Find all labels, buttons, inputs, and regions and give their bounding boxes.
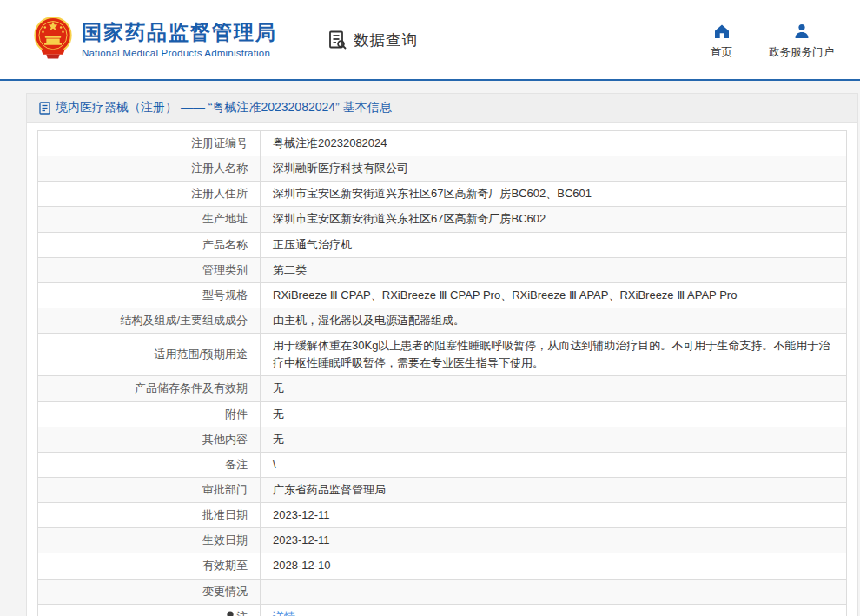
row-value: 2023-12-11 <box>261 528 847 553</box>
table-row: 生效日期2023-12-11 <box>38 528 847 553</box>
table-row: 批准日期2023-12-11 <box>38 503 847 528</box>
panel-body: 注册证编号粤械注准20232082024注册人名称深圳融昕医疗科技有限公司注册人… <box>27 123 857 616</box>
row-label: 注册人住所 <box>38 182 261 207</box>
brand-logo: 国家药品监督管理局 National Medical Products Admi… <box>33 16 277 64</box>
table-row: 其他内容无 <box>38 427 847 452</box>
row-value: 正压通气治疗机 <box>261 232 847 257</box>
row-label: 型号规格 <box>38 282 261 308</box>
table-row: 生产地址深圳市宝安区新安街道兴东社区67区高新奇厂房BC602 <box>38 207 847 232</box>
row-label: 有效期至 <box>38 553 261 579</box>
table-row: 备注\ <box>38 452 847 477</box>
row-value: 无 <box>261 376 847 401</box>
document-icon <box>39 102 50 115</box>
row-value: 用于缓解体重在30Kg以上患者的阻塞性睡眠呼吸暂停，从而达到辅助治疗目的。不可用… <box>261 334 847 376</box>
table-row: 产品储存条件及有效期无 <box>38 376 847 401</box>
nav-item-gov-portal[interactable]: 政务服务门户 <box>769 23 834 60</box>
table-row: 适用范围/预期用途用于缓解体重在30Kg以上患者的阻塞性睡眠呼吸暂停，从而达到辅… <box>38 334 847 376</box>
row-label: 产品名称 <box>38 232 261 257</box>
data-query-label: 数据查询 <box>354 30 418 50</box>
row-value: \ <box>261 452 847 477</box>
home-icon <box>713 23 731 40</box>
china-national-emblem-icon <box>33 16 73 64</box>
table-row: 注册人住所深圳市宝安区新安街道兴东社区67区高新奇厂房BC602、BC601 <box>38 182 847 207</box>
row-value: 由主机，湿化器以及电源适配器组成。 <box>261 308 847 333</box>
table-row: 审批部门广东省药品监督管理局 <box>38 477 847 502</box>
user-icon <box>793 23 810 40</box>
row-value: 广东省药品监督管理局 <box>261 477 847 502</box>
brand-title-cn: 国家药品监督管理局 <box>82 21 277 45</box>
site-header: 国家药品监督管理局 National Medical Products Admi… <box>0 0 860 81</box>
row-label: 批准日期 <box>38 503 261 528</box>
row-label: 结构及组成/主要组成成分 <box>38 308 261 333</box>
row-label: 注册证编号 <box>38 131 261 156</box>
table-row: 注册证编号粤械注准20232082024 <box>38 131 847 156</box>
row-label: 附件 <box>38 401 261 427</box>
table-row: 产品名称正压通气治疗机 <box>38 232 847 257</box>
page-title: 境内医疗器械（注册） —— “粤械注准20232082024” 基本信息 <box>56 100 392 116</box>
row-label: 备注 <box>38 452 261 477</box>
row-value: 无 <box>261 401 847 427</box>
row-value: 2028-12-10 <box>261 553 847 579</box>
row-value: 深圳市宝安区新安街道兴东社区67区高新奇厂房BC602、BC601 <box>261 182 847 207</box>
header-nav: 首页 政务服务门户 <box>711 23 834 60</box>
brand-title-en: National Medical Products Administration <box>82 48 277 58</box>
row-value <box>261 579 847 604</box>
nav-item-home[interactable]: 首页 <box>711 23 732 60</box>
nav-item-label: 政务服务门户 <box>769 45 834 60</box>
row-value: 粤械注准20232082024 <box>261 131 847 156</box>
table-row: 注详情 <box>38 604 847 616</box>
table-row: 有效期至2028-12-10 <box>38 553 847 579</box>
row-label: 审批部门 <box>38 477 261 502</box>
table-row: 注册人名称深圳融昕医疗科技有限公司 <box>38 156 847 182</box>
row-label: 产品储存条件及有效期 <box>38 376 261 401</box>
row-label: 生效日期 <box>38 528 261 553</box>
bulb-icon <box>226 611 235 616</box>
row-label: 变更情况 <box>38 579 261 604</box>
table-row: 型号规格RXiBreeze Ⅲ CPAP、RXiBreeze Ⅲ CPAP Pr… <box>38 282 847 308</box>
row-value: 2023-12-11 <box>261 503 847 528</box>
row-value: 详情 <box>261 604 847 616</box>
panel-titlebar: 境内医疗器械（注册） —— “粤械注准20232082024” 基本信息 <box>27 94 857 123</box>
table-row: 结构及组成/主要组成成分由主机，湿化器以及电源适配器组成。 <box>38 308 847 333</box>
table-row: 变更情况 <box>38 579 847 604</box>
row-label: 其他内容 <box>38 427 261 452</box>
row-value: RXiBreeze Ⅲ CPAP、RXiBreeze Ⅲ CPAP Pro、RX… <box>261 282 847 308</box>
row-value: 第二类 <box>261 257 847 282</box>
nav-item-label: 首页 <box>711 45 732 60</box>
row-label: 注 <box>38 604 261 616</box>
table-row: 管理类别第二类 <box>38 257 847 282</box>
row-value: 无 <box>261 427 847 452</box>
table-body: 注册证编号粤械注准20232082024注册人名称深圳融昕医疗科技有限公司注册人… <box>38 131 847 616</box>
document-search-icon <box>327 30 348 50</box>
row-label: 适用范围/预期用途 <box>38 334 261 376</box>
row-value: 深圳市宝安区新安街道兴东社区67区高新奇厂房BC602 <box>261 207 847 232</box>
row-label: 注册人名称 <box>38 156 261 182</box>
registration-info-panel: 境内医疗器械（注册） —— “粤械注准20232082024” 基本信息 注册证… <box>26 93 858 616</box>
data-query-section[interactable]: 数据查询 <box>327 30 418 50</box>
table-row: 附件无 <box>38 401 847 427</box>
content-area: 境内医疗器械（注册） —— “粤械注准20232082024” 基本信息 注册证… <box>0 81 860 616</box>
row-label: 管理类别 <box>38 257 261 282</box>
detail-link[interactable]: 详情 <box>273 610 295 616</box>
row-value: 深圳融昕医疗科技有限公司 <box>261 156 847 182</box>
row-label: 生产地址 <box>38 207 261 232</box>
registration-info-table: 注册证编号粤械注准20232082024注册人名称深圳融昕医疗科技有限公司注册人… <box>37 130 847 616</box>
